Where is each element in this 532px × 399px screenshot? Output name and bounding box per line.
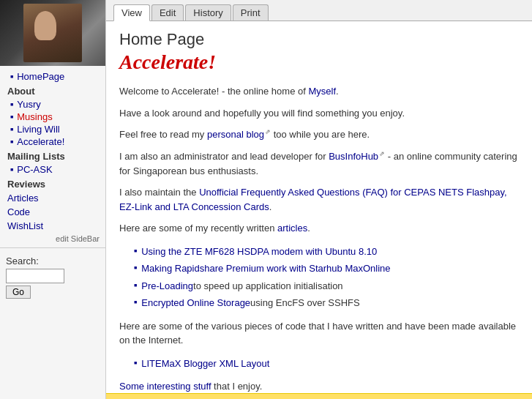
sidebar-item-pcask[interactable]: PC-ASK [0, 163, 105, 176]
link-faq[interactable]: Unofficial Frequently Asked Questions (F… [119, 187, 507, 212]
link-businfohub[interactable]: BusInfoHub [329, 151, 385, 162]
sidebar-link-code[interactable]: Code [7, 206, 30, 217]
paragraph-blog: Feel free to read my personal blog too w… [119, 127, 519, 142]
sidebar-link-homepage[interactable]: HomePage [17, 71, 64, 82]
link-personal-blog[interactable]: personal blog [207, 129, 271, 140]
page-content: Home Page Accelerate! Welcome to Acceler… [106, 21, 532, 393]
link-myself[interactable]: Myself [308, 86, 336, 97]
sidebar-divider [0, 247, 105, 248]
list-item: Encrypted Online Storage using EncFS ove… [134, 294, 519, 312]
link-zte[interactable]: Using the ZTE MF628 HSDPA modem with Ubu… [141, 245, 377, 259]
sidebar-section-about: About [0, 83, 105, 98]
sidebar-search: Search: Go [0, 251, 105, 305]
articles-list: Using the ZTE MF628 HSDPA modem with Ubu… [134, 243, 519, 312]
sidebar-link-yusry[interactable]: Yusry [17, 99, 41, 110]
page-title: Home Page [119, 30, 519, 49]
tab-history[interactable]: History [185, 4, 231, 20]
tab-view[interactable]: View [113, 4, 150, 21]
link-interesting-stuff[interactable]: Some interesting stuff [119, 381, 211, 392]
paragraph-faq: I also maintain the Unofficial Frequentl… [119, 185, 519, 214]
yellow-bar [106, 393, 532, 399]
sidebar-link-musings[interactable]: Musings [17, 111, 52, 122]
sidebar-link-pcask[interactable]: PC-ASK [17, 164, 52, 175]
paragraph-lookaround: Have a look around and hopefully you wil… [119, 106, 519, 121]
link-litemax[interactable]: LITEMaX Blogger XML Layout [141, 357, 269, 371]
sidebar-item-livingwill[interactable]: Living Will [0, 123, 105, 135]
list-item: Pre-Loading to speed up application init… [134, 277, 519, 295]
sidebar-photo [23, 4, 82, 62]
tabs-bar: View Edit History Print [106, 0, 532, 21]
link-encrypted-storage[interactable]: Encrypted Online Storage [141, 296, 250, 310]
paragraph-articles-intro: Here are some of my recently written art… [119, 221, 519, 236]
sidebar-section-mailinglists: Mailing Lists [0, 148, 105, 163]
sidebar-nav: HomePage About Yusry Musings Living Will… [0, 66, 105, 399]
tab-edit[interactable]: Edit [151, 4, 184, 20]
main-content: View Edit History Print Home Page Accele… [106, 0, 532, 399]
sidebar: HomePage About Yusry Musings Living Will… [0, 0, 106, 399]
paragraph-welcome: Welcome to Accelerate! - the online home… [119, 84, 519, 99]
sidebar-item-musings[interactable]: Musings [0, 111, 105, 123]
list-item: Using the ZTE MF628 HSDPA modem with Ubu… [134, 243, 519, 261]
search-label: Search: [6, 256, 100, 266]
search-go-button[interactable]: Go [6, 286, 31, 299]
sidebar-edit-link-container[interactable]: edit SideBar [0, 233, 105, 245]
paragraph-footer: Some interesting stuff that I enjoy. [119, 379, 519, 393]
sidebar-item-articles[interactable]: Articles [0, 191, 105, 205]
paragraph-code-intro: Here are some of the various pieces of c… [119, 319, 519, 348]
list-item: LITEMaX Blogger XML Layout [134, 355, 519, 373]
sidebar-item-code[interactable]: Code [0, 205, 105, 219]
link-preloading[interactable]: Pre-Loading [141, 279, 193, 294]
list-item: Making Rapidshare Premium work with Star… [134, 260, 519, 277]
sidebar-section-reviews: Reviews [0, 176, 105, 191]
code-list: LITEMaX Blogger XML Layout [134, 355, 519, 373]
sidebar-image [0, 0, 105, 66]
sidebar-item-accelerate[interactable]: Accelerate! [0, 135, 105, 148]
sidebar-item-yusry[interactable]: Yusry [0, 98, 105, 111]
sidebar-link-articles[interactable]: Articles [7, 193, 39, 204]
link-rapidshare[interactable]: Making Rapidshare Premium work with Star… [141, 261, 390, 276]
sidebar-link-accelerate[interactable]: Accelerate! [17, 136, 64, 147]
sidebar-link-livingwill[interactable]: Living Will [17, 124, 60, 135]
sidebar-item-homepage[interactable]: HomePage [0, 70, 105, 83]
tab-print[interactable]: Print [233, 4, 269, 20]
link-articles[interactable]: articles [277, 223, 307, 234]
sidebar-item-wishlist[interactable]: WishList [0, 219, 105, 233]
page-subtitle: Accelerate! [119, 51, 519, 74]
search-input[interactable] [6, 269, 64, 283]
paragraph-businfohub: I am also an administrator and lead deve… [119, 149, 519, 178]
sidebar-edit-link[interactable]: edit SideBar [56, 234, 100, 243]
sidebar-link-wishlist[interactable]: WishList [7, 220, 43, 231]
